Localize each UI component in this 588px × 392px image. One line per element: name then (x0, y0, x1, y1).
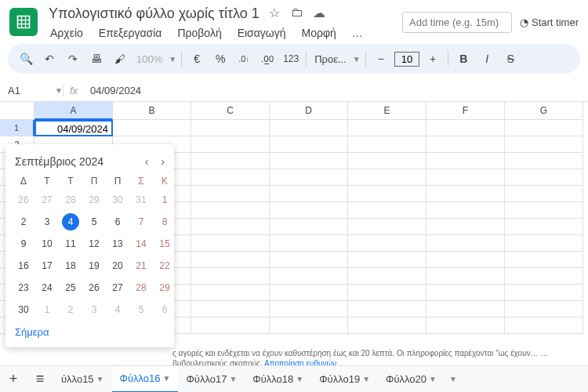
cell[interactable] (505, 301, 583, 318)
decrease-font-button[interactable]: − (371, 49, 391, 69)
cell[interactable] (426, 136, 505, 153)
cell[interactable] (505, 252, 583, 268)
increase-font-button[interactable]: + (423, 49, 443, 69)
day-31[interactable]: 31 (132, 191, 150, 209)
cell[interactable] (191, 120, 270, 136)
cell[interactable] (505, 202, 583, 219)
col-header-F[interactable]: F (426, 102, 505, 120)
sheet-tab[interactable]: Φύλλο17 ▼ (178, 366, 245, 393)
day-24[interactable]: 24 (38, 279, 56, 296)
day-7[interactable]: 7 (132, 213, 150, 230)
cell[interactable] (426, 153, 505, 169)
day-6[interactable]: 6 (156, 301, 173, 318)
cell[interactable] (426, 186, 505, 202)
day-4[interactable]: 4 (109, 301, 126, 318)
cell[interactable] (191, 285, 270, 301)
cell[interactable] (426, 285, 505, 301)
day-2[interactable]: 2 (15, 213, 32, 230)
cell[interactable] (191, 318, 270, 334)
day-26[interactable]: 26 (15, 191, 32, 209)
redo-button[interactable]: ↷ (63, 49, 83, 69)
cell[interactable] (348, 285, 426, 301)
day-5[interactable]: 5 (132, 301, 150, 318)
font-size-input[interactable]: 10 (394, 52, 419, 67)
chevron-down-icon[interactable]: ▼ (449, 375, 457, 383)
menu-file[interactable]: Αρχείο (45, 25, 88, 41)
strike-button[interactable]: S (500, 49, 521, 69)
bold-button[interactable]: B (453, 49, 474, 69)
cell[interactable] (348, 235, 426, 252)
day-16[interactable]: 16 (15, 257, 32, 274)
cell[interactable] (505, 120, 583, 136)
sheet-tab[interactable]: ύλλο15 ▼ (53, 366, 112, 393)
menu-insert[interactable]: Εισαγωγή (233, 25, 291, 41)
paint-format-button[interactable]: 🖌 (110, 49, 130, 69)
cell[interactable] (426, 318, 505, 334)
italic-button[interactable]: I (477, 49, 497, 69)
cell[interactable] (191, 153, 270, 169)
all-sheets-button[interactable]: ≡ (27, 366, 53, 393)
day-28[interactable]: 28 (132, 279, 150, 296)
sheet-tab[interactable]: Φύλλο18 ▼ (245, 366, 311, 393)
cell[interactable] (270, 186, 348, 202)
cell[interactable] (270, 285, 348, 301)
today-link[interactable]: Σήμερα (15, 318, 165, 341)
cloud-icon[interactable]: ☁ (313, 5, 328, 21)
day-29[interactable]: 29 (85, 191, 103, 209)
cell[interactable]: 04/09/2024 (34, 120, 113, 136)
star-icon[interactable]: ☆ (269, 5, 285, 21)
cell[interactable] (426, 120, 505, 136)
cell[interactable] (191, 252, 270, 268)
day-9[interactable]: 9 (15, 235, 32, 252)
doc-title[interactable]: Υπολογιστικό φύλλο χωρίς τίτλο 1 (45, 4, 263, 24)
day-3[interactable]: 3 (38, 213, 56, 230)
add-sheet-button[interactable]: + (0, 366, 27, 393)
day-1[interactable]: 1 (156, 191, 173, 209)
undo-button[interactable]: ↶ (39, 49, 60, 69)
col-header-C[interactable]: C (191, 102, 270, 120)
cell[interactable] (348, 153, 426, 169)
day-11[interactable]: 11 (62, 235, 79, 252)
day-25[interactable]: 25 (62, 279, 79, 296)
sheet-tab[interactable]: Φύλλο19 ▼ (311, 366, 378, 393)
menu-format[interactable]: Μορφή (297, 25, 341, 41)
day-2[interactable]: 2 (62, 301, 79, 318)
day-21[interactable]: 21 (132, 257, 150, 274)
day-22[interactable]: 22 (156, 257, 173, 274)
day-30[interactable]: 30 (15, 301, 32, 318)
cell[interactable] (348, 186, 426, 202)
col-header-E[interactable]: E (348, 102, 426, 120)
cell[interactable] (505, 186, 583, 202)
day-1[interactable]: 1 (38, 301, 56, 318)
cell[interactable] (270, 169, 348, 186)
cell[interactable] (348, 268, 426, 285)
more-formats-button[interactable]: 123 (281, 49, 301, 69)
day-6[interactable]: 6 (109, 213, 126, 230)
cell[interactable] (505, 219, 583, 235)
datepicker-month[interactable]: Σεπτέμβριος 2024 (15, 155, 103, 168)
cell[interactable] (505, 169, 583, 186)
cell[interactable] (191, 169, 270, 186)
cell[interactable] (426, 202, 505, 219)
day-23[interactable]: 23 (15, 279, 32, 296)
cell[interactable] (191, 219, 270, 235)
cell[interactable] (348, 301, 426, 318)
font-select[interactable]: Προε... (311, 53, 350, 65)
day-19[interactable]: 19 (85, 257, 103, 274)
cell[interactable] (348, 318, 426, 334)
cell[interactable] (270, 153, 348, 169)
day-15[interactable]: 15 (156, 235, 173, 252)
col-header-G[interactable]: G (505, 102, 583, 120)
menu-edit[interactable]: Επεξεργασία (94, 25, 167, 41)
cell[interactable] (426, 169, 505, 186)
cell[interactable] (191, 235, 270, 252)
day-10[interactable]: 10 (38, 235, 56, 252)
cell[interactable] (426, 252, 505, 268)
day-14[interactable]: 14 (132, 235, 150, 252)
cell[interactable] (270, 202, 348, 219)
menu-more[interactable]: … (347, 25, 368, 41)
col-header-A[interactable]: A (34, 102, 113, 120)
cell[interactable] (270, 318, 348, 334)
cell[interactable] (505, 235, 583, 252)
day-17[interactable]: 17 (38, 257, 56, 274)
